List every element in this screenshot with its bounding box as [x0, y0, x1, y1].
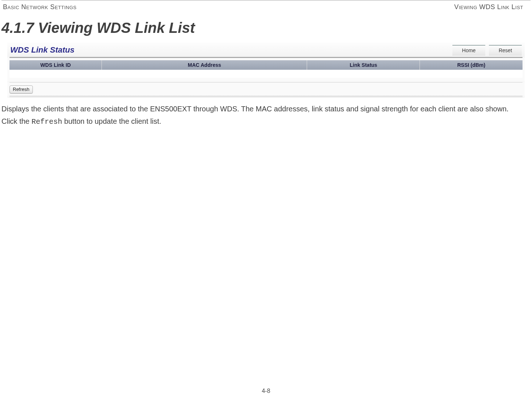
- p2-part-c: button to update the client list.: [62, 117, 161, 125]
- refresh-button[interactable]: Refresh: [9, 85, 33, 93]
- panel-title: WDS Link Status: [10, 45, 74, 56]
- p2-refresh-code: Refresh: [31, 118, 62, 126]
- col-link-status: Link Status: [307, 60, 420, 70]
- panel-bottom-shadow: [9, 96, 523, 98]
- wds-link-table: WDS Link ID MAC Address Link Status RSSI…: [9, 60, 523, 78]
- table-separator: [9, 82, 523, 83]
- page-header: Basic Network Settings Viewing WDS Link …: [1, 0, 531, 12]
- panel-top-bar: WDS Link Status Home Reset: [7, 43, 525, 57]
- table-header-row: WDS Link ID MAC Address Link Status RSSI…: [9, 60, 523, 70]
- wds-table-wrap: WDS Link ID MAC Address Link Status RSSI…: [7, 58, 525, 81]
- description-p2: Click the Refresh button to update the c…: [1, 117, 530, 127]
- description-p1: Displays the clients that are associated…: [1, 104, 530, 114]
- below-table: Refresh: [7, 82, 525, 96]
- description-text: Displays the clients that are associated…: [0, 103, 532, 130]
- table-row-empty: [9, 70, 523, 78]
- col-mac-address: MAC Address: [102, 60, 307, 70]
- col-wds-link-id: WDS Link ID: [9, 60, 102, 70]
- section-title: 4.1.7 Viewing WDS Link List: [0, 12, 532, 43]
- wds-link-status-panel: WDS Link Status Home Reset WDS Link ID M…: [7, 43, 525, 98]
- col-rssi: RSSI (dBm): [420, 60, 523, 70]
- page-number: 4-8: [0, 388, 532, 394]
- p2-part-a: Click the: [1, 117, 31, 125]
- home-button[interactable]: Home: [452, 45, 485, 56]
- header-left: Basic Network Settings: [3, 3, 77, 11]
- reset-button[interactable]: Reset: [489, 45, 522, 56]
- header-right: Viewing WDS Link List: [454, 3, 523, 11]
- panel-buttons: Home Reset: [452, 45, 522, 56]
